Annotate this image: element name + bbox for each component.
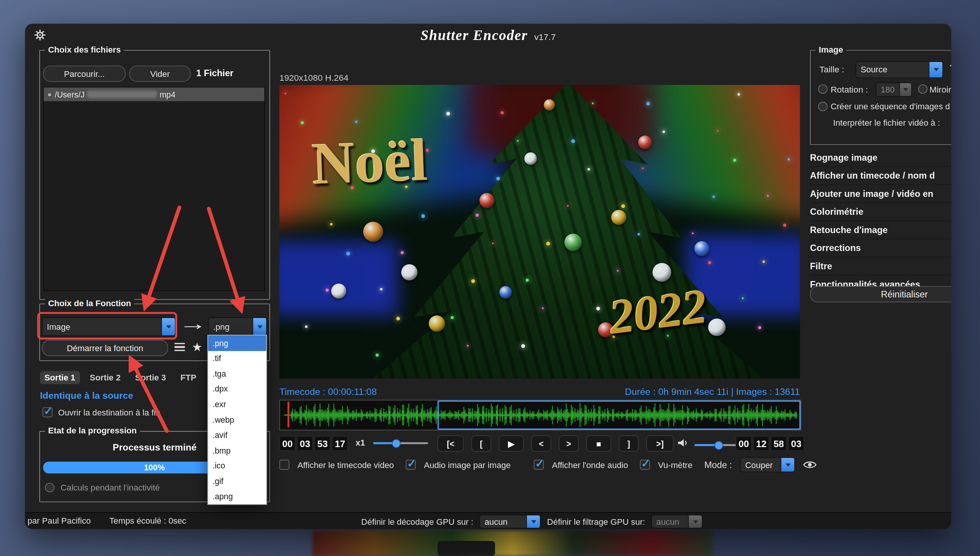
clear-button[interactable]: Vider: [130, 66, 191, 82]
file-path-suffix: mp4: [160, 89, 175, 99]
files-panel-legend: Choix des fichiers: [45, 45, 124, 55]
section-filtre[interactable]: Filtre: [810, 257, 951, 276]
open-destination-row[interactable]: Ouvrir la destination à la fin: [43, 407, 160, 417]
end-frames: 03: [788, 436, 804, 451]
start-function-button[interactable]: Démarrer la fonction: [42, 340, 168, 356]
sequence-label: Créer une séquence d'images d: [831, 102, 950, 111]
chevron-down-icon[interactable]: [781, 458, 794, 472]
audio-frame-checkbox[interactable]: [406, 460, 416, 470]
dropdown-item-webp[interactable]: .webp: [208, 412, 266, 427]
speaker-icon[interactable]: [677, 438, 689, 448]
previous-frame-button[interactable]: <: [531, 435, 551, 452]
show-timecode-checkbox[interactable]: [279, 460, 289, 470]
file-path-prefix: /Users/J: [55, 89, 84, 99]
section-corrections[interactable]: Corrections: [810, 239, 951, 257]
go-to-start-button[interactable]: [<: [437, 435, 464, 452]
image-panel: Image Taille : Source Rotation : 180 Mir…: [810, 50, 951, 145]
function-panel-legend: Choix de la Fonction: [45, 299, 134, 308]
next-frame-button[interactable]: >: [559, 435, 578, 452]
feature-sections: Rognage image Afficher un timecode / nom…: [810, 149, 951, 294]
elapsed-label: Temps écoulé : 0sec: [109, 516, 186, 525]
dropdown-item-tga[interactable]: .tga: [208, 366, 266, 381]
gpu-decode-select[interactable]: aucun: [480, 515, 541, 529]
sequence-radio[interactable]: [818, 102, 828, 111]
file-row[interactable]: ● /Users/J mp4: [44, 87, 264, 101]
size-select[interactable]: Source: [856, 61, 943, 78]
chevron-down-icon[interactable]: [161, 318, 175, 336]
favorite-star-icon[interactable]: ★: [192, 341, 203, 353]
speed-label: x1: [355, 438, 365, 448]
section-retouche[interactable]: Retouche d'image: [810, 221, 951, 239]
playback-options-row: Afficher le timecode video Audio image p…: [279, 457, 817, 472]
file-count-label: 1 Fichier: [196, 68, 233, 78]
identical-source-label: Identique à la source: [40, 390, 133, 401]
desktop: Shutter Encoder v17.7 Choix des fichiers…: [0, 0, 980, 556]
menu-hamburger-icon[interactable]: [175, 341, 185, 353]
arrow-right-icon: →: [179, 313, 207, 335]
dropdown-item-avif[interactable]: .avif: [208, 427, 266, 443]
mark-in-button[interactable]: [: [471, 435, 491, 452]
mode-select-value: Couper: [741, 458, 781, 472]
dropdown-item-dpx[interactable]: .dpx: [208, 381, 266, 397]
chevron-down-icon: [688, 515, 702, 528]
video-preview[interactable]: Noël 2022: [279, 85, 800, 378]
rotation-select: 180: [876, 82, 912, 97]
dropdown-item-tif[interactable]: .tif: [208, 351, 266, 366]
speed-slider[interactable]: [373, 442, 428, 444]
speed-slider-knob[interactable]: [392, 439, 400, 448]
size-select-value: Source: [856, 62, 928, 77]
volume-slider-knob[interactable]: [714, 441, 723, 449]
gpu-filter-select: aucun: [651, 515, 703, 529]
chevron-down-icon[interactable]: [253, 318, 266, 336]
tab-ftp[interactable]: FTP: [176, 371, 201, 384]
audio-frame-label: Audio image par image: [424, 460, 511, 470]
waveform-selection[interactable]: [437, 400, 800, 430]
play-button[interactable]: ▶: [499, 435, 524, 452]
tab-sortie-1[interactable]: Sortie 1: [40, 371, 79, 384]
dropdown-item-gif[interactable]: .gif: [208, 474, 266, 488]
chevron-down-icon: [899, 83, 911, 96]
timecode-minutes: 03: [297, 436, 313, 451]
crop-icon[interactable]: [949, 63, 951, 75]
format-select[interactable]: .png: [208, 317, 267, 336]
mode-select[interactable]: Couper: [740, 457, 795, 472]
image-panel-legend: Image: [816, 45, 846, 55]
progress-percent: 100%: [144, 463, 165, 472]
mirror-radio[interactable]: [918, 84, 928, 94]
function-select-value: Image: [43, 318, 162, 336]
dropdown-item-png[interactable]: .png: [208, 336, 266, 351]
desktop-wallpaper-strip: [313, 530, 713, 556]
vumeter-checkbox[interactable]: [640, 460, 650, 470]
mark-out-button[interactable]: ]: [619, 435, 638, 452]
tab-sortie-2[interactable]: Sortie 2: [85, 371, 125, 384]
show-wave-checkbox[interactable]: [534, 460, 544, 470]
video-format-label: 1920x1080 H.264: [279, 72, 348, 82]
browse-button[interactable]: Parcourir...: [43, 66, 126, 82]
section-ajouter-image[interactable]: Ajouter une image / vidéo en: [810, 185, 951, 204]
file-list[interactable]: ● /Users/J mp4: [43, 87, 265, 291]
idle-compute-row[interactable]: Calculs pendant l'inactivité: [45, 483, 160, 492]
dropdown-item-exr[interactable]: .exr: [208, 397, 266, 412]
open-destination-checkbox[interactable]: [43, 407, 53, 417]
section-rognage[interactable]: Rognage image: [810, 149, 951, 167]
section-colorimetrie[interactable]: Colorimétrie: [810, 203, 951, 221]
vumeter-label: Vu-mètre: [658, 460, 692, 470]
dropdown-item-ico[interactable]: .ico: [208, 458, 266, 474]
stop-button[interactable]: ■: [586, 435, 612, 452]
section-timecode[interactable]: Afficher un timecode / nom d: [810, 167, 951, 185]
function-select[interactable]: Image: [42, 317, 176, 336]
preview-eye-icon[interactable]: [803, 461, 817, 469]
reset-button[interactable]: Réinitialiser: [810, 286, 951, 302]
audio-waveform[interactable]: [279, 400, 801, 430]
chevron-down-icon[interactable]: [526, 515, 540, 528]
chevron-down-icon[interactable]: [928, 62, 942, 77]
go-to-end-button[interactable]: >]: [646, 435, 674, 452]
playhead-marker[interactable]: [288, 402, 289, 427]
app-title: Shutter Encoder: [421, 27, 528, 43]
rotation-radio[interactable]: [818, 84, 828, 94]
dropdown-item-apng[interactable]: .apng: [208, 488, 266, 504]
idle-compute-radio[interactable]: [45, 483, 55, 492]
tab-sortie-3[interactable]: Sortie 3: [131, 371, 170, 384]
timecode-frames: 17: [332, 436, 348, 451]
dropdown-item-bmp[interactable]: .bmp: [208, 443, 266, 458]
